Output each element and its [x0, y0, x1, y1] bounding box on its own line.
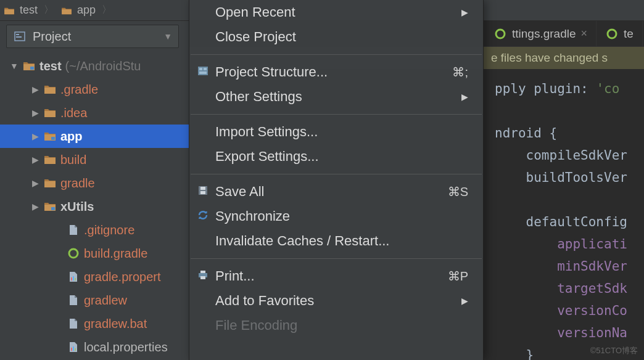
tree-row[interactable]: gradle.propert [0, 265, 189, 288]
menu-item-label: Invalidate Caches / Restart... [215, 233, 389, 249]
structure-icon [196, 64, 210, 80]
tree-label: .idea [60, 106, 87, 120]
svg-rect-26 [204, 68, 207, 70]
expand-toggle-icon[interactable]: ▶ [31, 108, 39, 118]
close-icon[interactable]: × [581, 27, 588, 40]
menu-item[interactable]: Export Settings... [189, 144, 483, 169]
gradle-icon [67, 248, 80, 259]
sync-icon [196, 208, 210, 224]
menu-separator [191, 258, 482, 259]
submenu-arrow-icon: ▶ [461, 92, 468, 102]
menu-item-label: Print... [215, 268, 255, 284]
chevron-right-icon: 〉 [40, 4, 57, 17]
svg-rect-10 [51, 137, 55, 140]
menu-shortcut: ⌘S [448, 184, 468, 199]
menu-item[interactable]: Print...⌘P [189, 264, 483, 288]
tree-row[interactable]: .gitignore [0, 218, 189, 242]
tree-row[interactable]: ▶build [0, 148, 189, 171]
expand-toggle-icon[interactable]: ▶ [31, 178, 39, 188]
menu-item[interactable]: Invalidate Caches / Restart... [189, 229, 483, 253]
svg-rect-1 [62, 9, 72, 14]
print-icon [196, 268, 210, 284]
menu-item-label: Synchronize [215, 208, 290, 224]
menu-item-label: Import Settings... [215, 124, 318, 140]
tree-row[interactable]: ▶app [0, 125, 189, 148]
expand-toggle-icon[interactable]: ▶ [31, 202, 39, 211]
project-tree[interactable]: ▼ test (~/AndroidStu ▶.gradle▶.idea▶app▶… [0, 51, 189, 359]
folder-icon [43, 178, 57, 189]
file-icon [67, 318, 80, 329]
menu-item[interactable]: Other Settings▶ [189, 84, 483, 109]
expand-toggle-icon[interactable]: ▶ [31, 155, 39, 165]
menu-separator [191, 114, 482, 115]
menu-item[interactable]: Save All⌘S [189, 179, 483, 204]
svg-rect-8 [44, 111, 56, 117]
folder-icon [43, 84, 57, 95]
menu-item[interactable]: Open Recent▶ [189, 0, 483, 25]
editor-tab[interactable]: ttings.gradle × [485, 21, 597, 46]
svg-rect-0 [4, 9, 14, 14]
folder-icon [2, 5, 16, 16]
breadcrumb-item[interactable]: app [60, 4, 96, 17]
tree-row[interactable]: local.properties [0, 335, 189, 359]
watermark: ©51CTO博客 [590, 345, 638, 356]
editor-tab[interactable]: te [597, 21, 643, 46]
tree-path: (~/AndroidStu [65, 59, 141, 73]
file-icon [67, 295, 80, 306]
svg-rect-3 [16, 34, 19, 35]
tree-row[interactable]: ▶.idea [0, 101, 189, 125]
folder-icon [60, 5, 73, 16]
folder-icon [43, 107, 57, 118]
tree-row[interactable]: gradlew [0, 288, 189, 312]
svg-rect-19 [71, 348, 72, 351]
expand-toggle-icon[interactable]: ▼ [10, 61, 19, 71]
tree-row[interactable]: ▶gradle [0, 171, 189, 195]
svg-rect-6 [30, 67, 34, 70]
menu-item[interactable]: Import Settings... [189, 120, 483, 144]
tree-label: build [60, 153, 86, 167]
menu-item[interactable]: Close Project [189, 25, 483, 49]
svg-rect-33 [200, 276, 205, 279]
menu-item[interactable]: Synchronize [189, 204, 483, 229]
tree-label: local.properties [84, 340, 168, 354]
file-icon [67, 224, 80, 235]
file-menu: Open Recent▶Close ProjectProject Structu… [189, 0, 484, 360]
svg-rect-27 [199, 72, 207, 74]
svg-rect-20 [73, 346, 74, 351]
breadcrumb-label: app [77, 4, 96, 17]
tree-row[interactable]: ▶xUtils [0, 195, 189, 218]
bars-icon [67, 271, 80, 282]
tree-label: gradlew [84, 293, 127, 308]
save-icon [196, 184, 210, 200]
menu-item-label: Save All [215, 184, 265, 200]
menu-item: File Encoding [189, 313, 483, 338]
expand-toggle-icon[interactable]: ▶ [31, 131, 39, 141]
module-icon [22, 60, 36, 72]
svg-rect-25 [199, 68, 202, 70]
svg-rect-17 [73, 276, 74, 280]
breadcrumb-item[interactable]: test [2, 4, 38, 17]
chevron-right-icon: 〉 [98, 4, 115, 17]
expand-toggle-icon[interactable]: ▶ [31, 84, 39, 94]
menu-item[interactable]: Add to Favorites▶ [189, 288, 483, 313]
project-view-selector[interactable]: Project ▼ [6, 25, 179, 48]
tree-root[interactable]: ▼ test (~/AndroidStu [0, 54, 189, 78]
svg-rect-32 [200, 271, 205, 273]
gradle-icon [605, 28, 619, 39]
menu-item-label: File Encoding [215, 317, 297, 333]
menu-shortcut: ⌘P [448, 269, 468, 284]
svg-rect-14 [51, 207, 55, 210]
project-view-label: Project [33, 30, 157, 44]
tree-row[interactable]: gradlew.bat [0, 312, 189, 335]
svg-rect-21 [75, 348, 76, 351]
tree-row[interactable]: build.gradle [0, 242, 189, 265]
menu-item[interactable]: Project Structure...⌘; [189, 60, 483, 84]
tree-row[interactable]: ▶.gradle [0, 78, 189, 101]
tree-label: .gitignore [84, 223, 134, 237]
tree-label: gradle.propert [84, 270, 161, 284]
svg-point-15 [69, 249, 78, 258]
menu-item-label: Close Project [215, 29, 296, 45]
tab-label: te [624, 27, 634, 41]
menu-shortcut: ⌘; [452, 65, 468, 80]
svg-point-23 [608, 30, 616, 38]
